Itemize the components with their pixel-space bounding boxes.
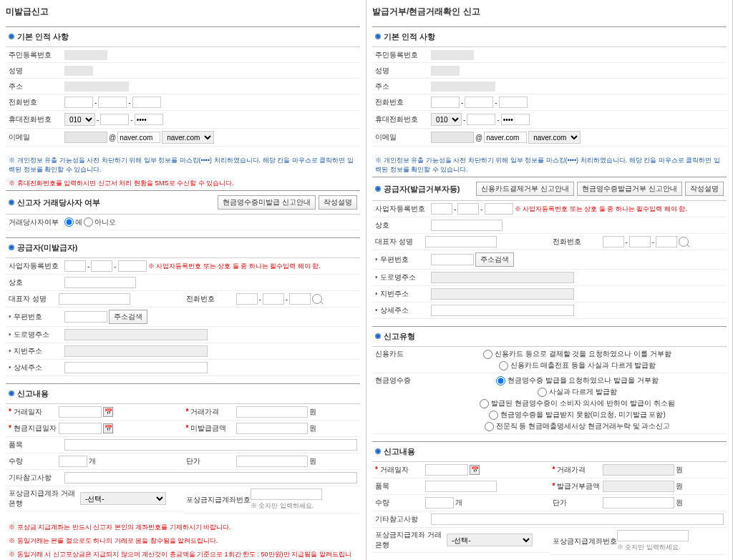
rep-input[interactable] [59,293,130,305]
mobile-note: ※ 휴대전화번호를 입력하시면 신고서 처리 현황을 SMS로 수신할 수 있습… [6,177,360,190]
road-input[interactable] [64,329,208,340]
bullet-icon [375,34,381,39]
bank-select[interactable]: -선택- [80,492,166,505]
bullet-icon [375,186,381,192]
calendar-icon[interactable]: 📅 [470,465,480,475]
mobile-prefix-r[interactable]: 010 [431,113,462,126]
sup-phone-3[interactable] [289,293,311,305]
mobile-prefix[interactable]: 010 [64,113,95,126]
radio-card-1[interactable]: 신용카드 등으로 결제할 것을 요청하였으나 이를 거부함 [483,349,671,359]
radio-yes[interactable]: 예 [64,217,82,227]
btn-help[interactable]: 작성설명 [319,195,357,210]
item-input[interactable] [64,439,357,451]
search-icon[interactable] [679,237,689,247]
acct-input[interactable] [251,488,322,500]
rrn-masked: . [64,50,107,60]
bizno-1[interactable] [64,260,86,272]
cash-date[interactable] [59,423,102,434]
right-panel: 발급거부/현금거래확인 신고 기본 인적 사항 주민등록번호. 성명. 주소. … [366,0,733,560]
calendar-icon[interactable]: 📅 [103,423,113,433]
detail-input[interactable] [64,362,208,373]
phone-2[interactable] [98,97,127,108]
email-domain-text[interactable] [117,132,160,143]
mobile-3-r[interactable] [501,114,530,125]
zip-input[interactable] [64,311,107,323]
sup-phone-1[interactable] [236,293,258,305]
bullet-icon [9,245,14,250]
radio-cash-2[interactable]: 사실과 다르게 발급함 [538,387,618,397]
bizno-3[interactable] [118,260,147,272]
bizno-2[interactable] [91,260,112,272]
search-icon[interactable] [312,294,322,304]
section-reporter: 신고자 거래당사자 여부 현금영수증미발급 신고안내 작성설명 거래당사자여부 … [6,190,360,230]
radio-card-2[interactable]: 신용카드 매출전표 등을 사실과 다르게 발급함 [499,360,656,370]
calendar-icon[interactable]: 📅 [103,407,113,417]
radio-no[interactable]: 아니오 [84,217,116,227]
phone-3[interactable] [132,97,161,108]
mobile-2[interactable] [100,114,129,125]
email-domain-text-r[interactable] [484,132,527,143]
btn-guide[interactable]: 현금영수증미발급 신고안내 [218,195,316,210]
sup-phone-2[interactable] [263,293,284,305]
mobile-3[interactable] [135,114,163,125]
btn-addr-search-r[interactable]: 주소검색 [475,252,514,267]
radio-cash-1[interactable]: 현금영수증 발급을 요청하였으나 발급을 거부함 [496,375,659,385]
bullet-icon [375,448,381,454]
section-supplier: 공급자(미발급자) 사업자등록번호 - - ※ 사업자등록번호 또는 상호 둘 … [6,237,360,376]
section-content: 신고내용 * 거래일자 📅 * 거래가격 원 * 현금지급일자 📅 * 미발급금… [6,383,360,514]
email-domain-select-r[interactable]: naver.com [528,131,581,144]
trans-price[interactable] [236,406,308,418]
bizname-input[interactable] [64,277,136,288]
qty-input[interactable] [59,456,87,467]
radio-cash-3[interactable]: 발급된 현금영수증이 소비자 의사에 반하여 발급이 취소됨 [480,398,675,408]
btn-card-guide[interactable]: 신용카드결제거부 신고안내 [476,182,574,196]
page-title-left: 미발급신고 [6,6,360,21]
trans-date[interactable] [59,406,102,418]
btn-addr-search[interactable]: 주소검색 [109,310,147,324]
bank-select-r[interactable]: -선택- [447,534,533,546]
phone-2-r[interactable] [465,97,493,108]
btn-help-r[interactable]: 작성설명 [685,182,724,196]
email-domain-select[interactable]: naver.com [162,131,214,144]
name-masked: . [64,66,93,76]
phone-3-r[interactable] [499,97,528,108]
addr-masked: . [64,82,129,92]
bullet-icon [9,390,14,396]
bullet-icon [9,200,14,205]
radio-cash-4[interactable]: 현금영수증을 발급받지 못함(미요청, 미기발급 포함) [489,410,666,420]
section-report-type: 신고유형 신용카드 신용카드 등으로 결제할 것을 요청하였으나 이를 거부함 … [372,326,727,434]
email-id[interactable] [64,132,107,143]
bullet-icon [375,333,381,339]
other-input[interactable] [64,472,357,483]
btn-cash-guide[interactable]: 현금영수증발급거부 신고안내 [577,182,682,196]
page-title-right: 발급거부/현금거래확인 신고 [372,6,727,21]
bullet-icon [9,34,14,39]
section-supplier-r: 공급자(발급거부자등) 신용카드결제거부 신고안내 현금영수증발급거부 신고안내… [372,177,727,319]
unitprice-input[interactable] [236,456,308,467]
phone-1[interactable] [64,97,93,108]
unissued-amt[interactable] [236,423,308,434]
left-panel: 미발급신고 기본 인적 사항 주민등록번호. 성명. 주소. 전화번호 - - … [0,0,366,560]
mobile-2-r[interactable] [467,114,495,125]
phone-1-r[interactable] [431,97,460,108]
email-id-r[interactable] [431,132,474,143]
jibun-input[interactable] [64,345,208,357]
section-personal: 기본 인적 사항 주민등록번호. 성명. 주소. 전화번호 - - 휴대전화번호… [6,26,360,147]
section-personal-r: 기본 인적 사항 주민등록번호. 성명. 주소. 전화번호 - - 휴대전화번호… [372,26,727,147]
privacy-note: ※ 개인정보 유출 가능성을 사전 차단하기 위해 일부 정보를 마스킹(•••… [6,154,360,177]
radio-cash-5[interactable]: 전문직 등 현금매출명세서상 현금거래누락 및 과소신고 [485,421,671,431]
section-content-r: 신고내용 * 거래일자 📅 * 거래가격 원 품목 * 발급거부금액 원 수량 … [372,441,727,555]
